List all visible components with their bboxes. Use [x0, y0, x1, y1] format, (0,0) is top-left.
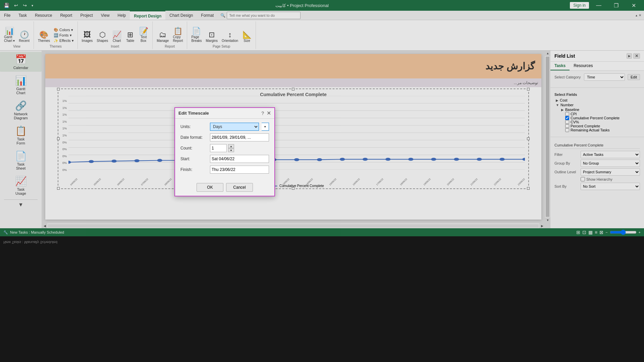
tab-help[interactable]: Help	[114, 11, 130, 20]
tab-project[interactable]: Project	[76, 11, 97, 20]
baseline-expand-icon[interactable]: ▶	[561, 108, 564, 112]
chart-button[interactable]: 📈 Chart	[111, 31, 123, 43]
zoom-out-icon[interactable]: −	[605, 230, 607, 234]
scroll-right-arrow[interactable]: ▶	[539, 223, 545, 229]
outline-level-dropdown[interactable]: Project Summary	[581, 168, 640, 176]
undo-icon[interactable]: ↩	[14, 3, 18, 8]
zoom-in-icon[interactable]: +	[639, 230, 641, 234]
minimize-button[interactable]: —	[591, 0, 606, 11]
date-format-input[interactable]	[210, 133, 269, 141]
nav-item-task-sheet[interactable]: 📄 TaskSheet	[0, 148, 42, 172]
tab-chart-design[interactable]: Chart Design	[165, 11, 197, 20]
redo-icon[interactable]: ↩	[23, 3, 27, 8]
table-button[interactable]: ⊞ Table	[124, 31, 136, 43]
images-button[interactable]: 🖼 Images	[80, 31, 94, 43]
remaining-checkbox[interactable]	[565, 128, 569, 132]
view-icon-5[interactable]: ⊠	[599, 230, 603, 235]
sort-by-dropdown[interactable]: No Sort	[581, 183, 640, 190]
chart-container[interactable]: Cumulative Percent Complete 1% 1% 1% 1% …	[58, 88, 529, 189]
scroll-thumb-v[interactable]	[546, 57, 549, 217]
nav-item-calendar[interactable]: 📅 Calendar	[0, 52, 42, 72]
number-expand-icon[interactable]: ▼	[556, 103, 559, 107]
horizontal-scrollbar[interactable]: ◀ ▶	[42, 223, 545, 228]
scroll-track-h[interactable]	[48, 224, 539, 228]
fonts-button[interactable]: 🔤 Fonts ▾	[53, 33, 74, 38]
nav-item-network[interactable]: 🔗 NetworkDiagram	[0, 98, 42, 122]
save-icon[interactable]: 💾	[4, 3, 9, 8]
cv-tree-item[interactable]: CV%	[556, 120, 640, 124]
tab-resources[interactable]: Resources	[570, 62, 597, 70]
nav-item-task-form[interactable]: 📋 TaskForm	[0, 123, 42, 147]
tab-resource[interactable]: Resource	[31, 11, 56, 20]
percent-complete-checkbox[interactable]	[565, 124, 569, 128]
cost-expand-icon[interactable]: ▶	[556, 99, 558, 102]
field-list-close-button[interactable]: ✕	[633, 53, 640, 59]
handle-br[interactable]	[527, 187, 530, 190]
field-list-collapse-button[interactable]: ▸	[627, 53, 632, 59]
margins-button[interactable]: ⊡ Margins	[205, 31, 219, 43]
cumulative-tree-item[interactable]: Cumulative Percent Complete	[556, 116, 640, 120]
percent-complete-tree-item[interactable]: Percent Complete	[556, 124, 640, 128]
vertical-scrollbar[interactable]: ▲ ▼	[545, 51, 550, 223]
close-button[interactable]: ✕	[626, 0, 641, 11]
count-input[interactable]	[210, 144, 227, 152]
tab-report-design[interactable]: Report Design	[130, 11, 165, 20]
orientation-button[interactable]: ↕ Orientation	[220, 31, 239, 43]
nav-expand-button[interactable]: ▼	[18, 202, 23, 208]
handle-bl[interactable]	[57, 187, 60, 190]
baseline-tree-item[interactable]: ▶ Baseline	[556, 107, 640, 112]
nav-item-task-usage[interactable]: 📈 TaskUsage	[0, 174, 42, 197]
manage-button[interactable]: 🗂 Manage	[155, 31, 170, 43]
tab-view[interactable]: View	[97, 11, 114, 20]
modal-close-button[interactable]: ✕	[267, 110, 271, 116]
scroll-up-arrow[interactable]: ▲	[545, 51, 550, 56]
number-tree-item[interactable]: ▼ Number	[556, 103, 640, 107]
gantt-chart-button[interactable]: 📊 GanttChart ▾	[3, 27, 16, 43]
show-hierarchy-checkbox[interactable]	[581, 177, 585, 181]
page-breaks-button[interactable]: 📄 PageBreaks	[190, 27, 203, 43]
tab-tasks[interactable]: Tasks	[550, 62, 570, 70]
units-dropdown-arrow[interactable]: ▾	[262, 123, 269, 131]
units-dropdown[interactable]: Days Hours Weeks Months	[210, 123, 259, 131]
view-icon-4[interactable]: ≡	[595, 230, 597, 235]
copy-report-button[interactable]: 📋 CopyReport	[171, 27, 184, 43]
ok-button[interactable]: OK	[197, 183, 223, 192]
restore-button[interactable]: ❐	[608, 0, 624, 11]
zoom-slider[interactable]	[610, 230, 637, 235]
finish-input[interactable]	[210, 166, 269, 174]
tab-report[interactable]: Report	[56, 11, 76, 20]
cpi-tree-item[interactable]: CPI	[556, 112, 640, 116]
ribbon-close-icon[interactable]: ✕	[639, 13, 641, 17]
spin-up-button[interactable]: ▲	[228, 144, 234, 148]
scroll-left-arrow[interactable]: ◀	[42, 223, 47, 229]
remaining-tree-item[interactable]: Remaining Actual Tasks	[556, 128, 640, 132]
tab-file[interactable]: File	[0, 11, 14, 20]
dropdown-icon[interactable]: ▾	[32, 4, 33, 7]
shapes-button[interactable]: ⬡ Shapes	[95, 31, 109, 43]
nav-item-gantt[interactable]: 📊 GanttChart	[0, 73, 42, 97]
search-input[interactable]	[227, 12, 301, 19]
cpi-checkbox[interactable]	[565, 112, 569, 116]
handle-tl[interactable]	[57, 88, 60, 90]
cumulative-checkbox[interactable]	[565, 116, 569, 120]
textbox-button[interactable]: 📝 TextBox	[138, 27, 150, 43]
filter-dropdown[interactable]: Active Tasks	[581, 151, 640, 158]
cost-tree-item[interactable]: ▶ Cost	[556, 98, 640, 103]
scroll-down-arrow[interactable]: ▼	[545, 218, 550, 223]
tab-format[interactable]: Format	[197, 11, 218, 20]
start-input[interactable]	[210, 155, 269, 163]
edit-button[interactable]: Edit	[628, 74, 640, 80]
tab-task[interactable]: Task	[14, 11, 31, 20]
handle-tm[interactable]	[292, 88, 294, 90]
view-icon-3[interactable]: ▦	[588, 230, 593, 235]
view-icon-2[interactable]: ⊡	[582, 230, 586, 235]
themes-button[interactable]: 🎨 Themes	[37, 31, 51, 43]
modal-help-button[interactable]: ?	[261, 111, 264, 116]
cancel-button[interactable]: Cancel	[226, 183, 253, 192]
select-category-dropdown[interactable]: Time	[584, 73, 625, 81]
sign-in-button[interactable]: Sign in	[570, 2, 589, 9]
spin-down-button[interactable]: ▼	[228, 148, 234, 152]
view-icon-1[interactable]: ⊞	[576, 230, 580, 235]
handle-tr[interactable]	[527, 88, 530, 90]
ribbon-collapse-icon[interactable]: ▴	[636, 13, 637, 17]
